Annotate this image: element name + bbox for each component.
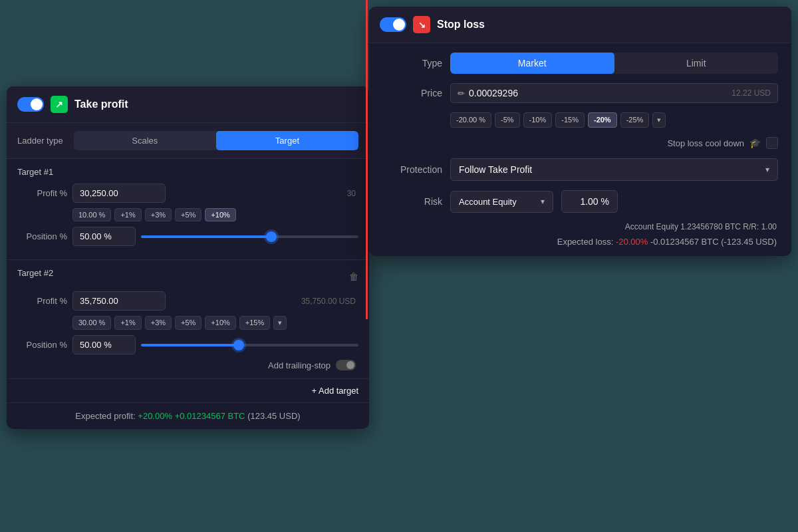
add-target-row[interactable]: + Add target <box>7 378 369 402</box>
target2-delete-icon[interactable]: 🗑 <box>349 271 358 282</box>
target2-position-input[interactable] <box>72 335 136 354</box>
target1-slider-thumb <box>266 231 277 242</box>
chip-plus3[interactable]: +3% <box>145 208 172 221</box>
chip2-plus3[interactable]: +3% <box>145 316 172 330</box>
sl-body: Type Market Limit Price ✏ 12.22 USD -20.… <box>369 43 791 256</box>
pct-chip-minus15[interactable]: -15% <box>555 112 585 128</box>
target1-title: Target #1 <box>17 167 358 177</box>
risk-input[interactable] <box>561 190 618 213</box>
expected-loss-label: Expected loss: <box>557 237 614 247</box>
target2-profit-label: Profit % <box>17 296 67 306</box>
trailing-stop-row: Add trailing-stop <box>17 360 358 370</box>
sl-icon: ↘ <box>413 16 430 33</box>
type-tab-group: Market Limit <box>450 53 778 74</box>
expected-loss-btc: -0.01234567 BTC <box>650 237 719 247</box>
price-usd: 12.22 USD <box>732 88 771 98</box>
account-equity-text: Account Equity 1.23456780 BTC R/R: 1.00 <box>625 222 777 231</box>
stop-loss-panel: ↘ Stop loss Type Market Limit Price ✏ 12… <box>369 7 791 256</box>
expected-profit-btc: +0.01234567 BTC <box>175 411 245 421</box>
tp-footer: Expected profit: +20.00% +0.01234567 BTC… <box>7 402 369 429</box>
red-divider <box>366 0 368 319</box>
target2-section: Target #2 🗑 Profit % 35,750.00 USD 30.00… <box>7 259 369 378</box>
ladder-tab-scales[interactable]: Scales <box>74 131 216 150</box>
sl-header: ↘ Stop loss <box>369 7 791 43</box>
cooldown-row: Stop loss cool down 🎓 <box>382 137 778 149</box>
tp-icon: ↗ <box>51 96 68 113</box>
pct-chips-row: -20.00 % -5% -10% -15% -20% -25% ▾ <box>382 112 778 128</box>
risk-row: Risk Account Equity ▾ <box>382 190 778 213</box>
risk-dropdown-value: Account Equity <box>459 197 517 207</box>
chip-plus10[interactable]: +10% <box>205 208 235 221</box>
target2-chips: 30.00 % +1% +3% +5% +10% +15% ▾ <box>72 316 358 330</box>
chip2-plus15[interactable]: +15% <box>239 316 270 330</box>
ladder-label: Ladder type <box>17 136 63 146</box>
chip-10pct[interactable]: 10.00 % <box>72 208 111 221</box>
chip-plus1[interactable]: +1% <box>114 208 141 221</box>
trailing-stop-label: Add trailing-stop <box>268 360 331 370</box>
pct-chip-minus10[interactable]: -10% <box>523 112 553 128</box>
target2-profit-right: 35,750.00 USD <box>301 297 358 306</box>
target2-slider[interactable] <box>141 344 358 346</box>
expected-profit-label: Expected profit: <box>75 411 135 421</box>
type-tab-market[interactable]: Market <box>450 53 614 74</box>
take-profit-panel: ↗ Take profit Ladder type Scales Target … <box>7 86 369 429</box>
tp-title: Take profit <box>74 98 128 110</box>
risk-label: Risk <box>382 196 442 207</box>
type-label: Type <box>382 58 442 68</box>
protection-chevron-icon: ▾ <box>765 165 769 174</box>
target2-profit-input[interactable] <box>72 291 166 311</box>
sl-toggle[interactable] <box>380 17 406 32</box>
target2-title: Target #2 <box>17 268 53 278</box>
price-row: Price ✏ 12.22 USD <box>382 83 778 103</box>
grad-cap-icon: 🎓 <box>749 138 761 148</box>
protection-value: Follow Take Profit <box>459 164 532 175</box>
target2-position-label: Position % <box>17 340 67 350</box>
price-label: Price <box>382 88 442 98</box>
target1-profit-input[interactable] <box>72 184 166 203</box>
protection-dropdown[interactable]: Follow Take Profit ▾ <box>450 158 778 181</box>
target1-position-row: Position % <box>17 227 358 246</box>
trailing-stop-toggle[interactable] <box>336 360 356 370</box>
expected-profit-pct: +20.00% <box>138 411 172 421</box>
chip2-plus10[interactable]: +10% <box>205 316 235 330</box>
chip2-30pct[interactable]: 30.00 % <box>72 316 111 330</box>
pen-icon: ✏ <box>458 88 465 98</box>
target2-position-row: Position % <box>17 335 358 354</box>
pct-chip-more[interactable]: ▾ <box>652 112 666 128</box>
target1-profit-row: Profit % 30 <box>17 184 358 203</box>
expected-loss-row: Expected loss: -20.00% -0.01234567 BTC (… <box>382 237 778 247</box>
tp-toggle[interactable] <box>17 97 44 112</box>
target1-profit-label: Profit % <box>17 188 67 198</box>
cooldown-checkbox[interactable] <box>766 137 778 149</box>
pct-chip-minus5[interactable]: -5% <box>495 112 520 128</box>
price-input-wrap: ✏ 12.22 USD <box>450 83 778 103</box>
expected-loss-pct: -20.00% <box>616 237 648 247</box>
target1-position-label: Position % <box>17 231 67 241</box>
target1-slider[interactable] <box>141 235 358 238</box>
ladder-tab-group: Scales Target <box>74 131 358 150</box>
cooldown-label: Stop loss cool down <box>667 138 744 148</box>
chip2-plus5[interactable]: +5% <box>175 316 201 330</box>
risk-chevron-icon: ▾ <box>541 197 545 206</box>
pct-chip-minus20pct[interactable]: -20.00 % <box>450 112 491 128</box>
add-target-label: + Add target <box>312 386 358 396</box>
type-row: Type Market Limit <box>382 53 778 74</box>
protection-label: Protection <box>382 164 442 175</box>
target1-profit-right: 30 <box>347 189 358 198</box>
target2-profit-row: Profit % 35,750.00 USD <box>17 291 358 311</box>
pct-chip-minus20[interactable]: -20% <box>588 112 617 128</box>
sl-title: Stop loss <box>437 19 485 31</box>
price-input[interactable] <box>469 88 728 98</box>
risk-dropdown[interactable]: Account Equity ▾ <box>450 191 553 213</box>
target1-position-input[interactable] <box>72 227 136 246</box>
ladder-tab-target[interactable]: Target <box>216 131 358 150</box>
type-tab-limit[interactable]: Limit <box>614 53 779 74</box>
tp-header: ↗ Take profit <box>7 86 369 123</box>
pct-chips: -20.00 % -5% -10% -15% -20% -25% ▾ <box>450 112 778 128</box>
chip-plus5[interactable]: +5% <box>175 208 201 221</box>
target1-section: Target #1 Profit % 30 10.00 % +1% +3% +5… <box>7 158 369 259</box>
target2-header: Target #2 🗑 <box>17 268 358 285</box>
chip2-more[interactable]: ▾ <box>273 316 287 330</box>
pct-chip-minus25[interactable]: -25% <box>620 112 650 128</box>
chip2-plus1[interactable]: +1% <box>114 316 141 330</box>
